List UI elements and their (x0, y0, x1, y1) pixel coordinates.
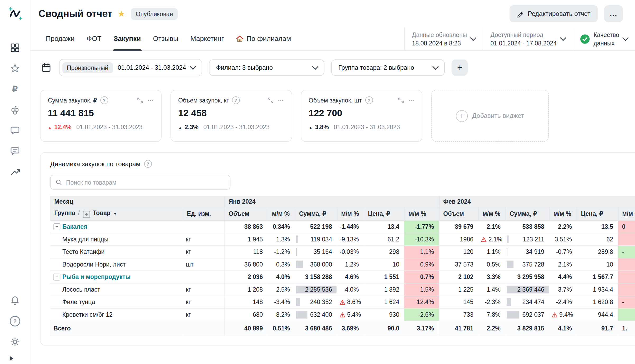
tab-zakupki[interactable]: Закупки (114, 27, 141, 50)
data-cell: 34 919 (505, 245, 549, 258)
collapse-group-icon[interactable]: − (53, 223, 60, 230)
help-icon[interactable] (232, 96, 240, 104)
tabs: ПродажиФОТЗакупкиОтзывыМаркетингПо филиа… (30, 27, 291, 50)
tab-prodazhi[interactable]: Продажи (46, 27, 74, 50)
product-group-filter-dropdown[interactable]: Группа товара: 2 выбрано (331, 59, 445, 76)
col-group-product[interactable]: Группа/Товар (50, 207, 183, 220)
col-volume-jan[interactable]: Объем (224, 207, 268, 220)
delta-up-icon (309, 124, 312, 130)
col-price-feb[interactable]: Цена, ₽ (577, 207, 618, 220)
add-widget-button[interactable]: Добавить виджет (431, 90, 549, 142)
row-unit-cell: кг (183, 233, 224, 246)
row-label: Креветки см/бг 12 (62, 311, 113, 318)
date-mode-pill[interactable]: Произвольный (62, 62, 113, 73)
kpi-more-icon[interactable]: ⋯ (408, 97, 415, 104)
data-cell: 3.69% (337, 321, 364, 336)
date-range-picker[interactable]: Произвольный 01.01.2024 - 31.03.2024 (59, 59, 202, 76)
data-cell: -0.7% (549, 245, 577, 258)
tab-fot[interactable]: ФОТ (87, 27, 101, 50)
tab-po-filialam[interactable]: По филиалам (236, 27, 291, 50)
data-quality-section[interactable]: Качество данных (572, 27, 635, 50)
kpi-compare-period: 01.01.2023 - 31.03.2023 (76, 124, 143, 130)
data-cell: 234 474 (505, 296, 549, 308)
row-name-cell[interactable]: −Рыба и морепродукты (50, 270, 183, 283)
product-search[interactable] (50, 175, 230, 189)
data-cell: 1.1% (478, 245, 506, 258)
sort-desc-icon[interactable] (113, 209, 117, 216)
kpi-card-purchase-sum[interactable]: Сумма закупок, ₽ ⋯ 11 441 815 12.4% 01.0… (40, 90, 162, 142)
bell-icon[interactable] (7, 292, 23, 309)
branch-filter-dropdown[interactable]: Филиал: 3 выбрано (209, 59, 325, 76)
col-price-jan[interactable]: Цена, ₽ (364, 207, 404, 220)
settings-icon[interactable] (7, 334, 23, 350)
compare-icon[interactable] (267, 97, 274, 104)
data-cell: 2.1% (549, 258, 577, 271)
expand-all-icon[interactable] (83, 211, 90, 218)
data-cell: 1 567.7 (577, 270, 618, 283)
tab-marketing[interactable]: Маркетинг (190, 27, 224, 50)
data-updated-label: Данные обновлены (412, 31, 467, 38)
row-unit-cell: шт (183, 258, 224, 271)
dashboard-icon[interactable] (7, 40, 23, 56)
chat-icon[interactable] (7, 122, 23, 138)
compare-icon[interactable] (398, 97, 404, 104)
col-mm-price-jan[interactable]: м/м % (404, 207, 439, 220)
data-cell: 37 573 (439, 258, 478, 271)
star-icon[interactable] (7, 60, 23, 76)
tab-label: По филиалам (246, 35, 291, 43)
col-volume-feb[interactable]: Объем (439, 207, 478, 220)
kpi-card-volume-kg[interactable]: Объем закупок, кг ⋯ 12 458 2.3% 01.01.20… (170, 90, 292, 142)
help-icon[interactable] (365, 96, 373, 104)
berries-icon[interactable] (7, 102, 23, 118)
row-name-cell[interactable]: −Бакалея (50, 220, 183, 233)
data-cell: 90.0 (364, 321, 404, 336)
data-cell: - (618, 296, 635, 308)
col-mm-volume-jan[interactable]: м/м % (268, 207, 295, 220)
data-cell: 8.2% (268, 308, 295, 321)
add-filter-button[interactable]: + (452, 59, 468, 76)
chevron-down-icon (470, 35, 477, 41)
col-sum-jan[interactable]: Сумма, ₽ (295, 207, 337, 220)
data-cell: 0.34% (268, 220, 295, 233)
data-cell: 1.3% (268, 233, 295, 246)
help-icon[interactable] (7, 313, 23, 329)
tab-label: Маркетинг (190, 35, 224, 43)
feedback-icon[interactable] (7, 143, 23, 159)
app-logo[interactable] (7, 6, 23, 22)
search-icon (55, 179, 62, 186)
data-updated-section[interactable]: Данные обновлены 18.08.2024 в 8:23 (404, 27, 483, 50)
row-unit-cell: кг (183, 308, 224, 321)
col-mm-sum-feb[interactable]: м/м % (549, 207, 577, 220)
col-mm-price-feb[interactable]: м/м % (618, 207, 635, 220)
value-bar (296, 260, 303, 268)
compare-icon[interactable] (137, 97, 143, 104)
help-icon[interactable] (100, 96, 108, 104)
kpi-card-volume-pcs[interactable]: Объем закупок, шт ⋯ 122 700 3.8% 01.01.2… (301, 90, 422, 142)
col-mm-volume-feb[interactable]: м/м % (478, 207, 506, 220)
data-cell: 298 (364, 245, 404, 258)
value-bar (507, 248, 507, 255)
favorite-star-icon[interactable] (118, 9, 125, 19)
data-cell: 1 225 (439, 283, 478, 296)
edit-report-button[interactable]: Редактировать отчет (510, 5, 598, 22)
col-sum-feb[interactable]: Сумма, ₽ (505, 207, 549, 220)
collapse-group-icon[interactable]: − (53, 273, 60, 280)
table-total-row: Всего40 8990.51%3 680 4863.69%90.03.17%4… (50, 321, 635, 336)
ruble-icon[interactable] (7, 81, 23, 97)
data-cell: 289.8 (577, 245, 618, 258)
col-mm-sum-jan[interactable]: м/м % (337, 207, 364, 220)
tab-otzyvy[interactable]: Отзывы (153, 27, 178, 50)
search-input[interactable] (65, 178, 225, 186)
kpi-more-icon[interactable]: ⋯ (278, 97, 284, 104)
trend-icon[interactable] (7, 164, 23, 180)
more-actions-button[interactable]: ... (604, 5, 623, 22)
collapse-sidebar-icon[interactable] (10, 356, 13, 361)
calendar-icon[interactable] (40, 62, 52, 74)
kpi-more-icon[interactable]: ⋯ (147, 97, 154, 104)
table-row: Тесто Катаификг118-1.2%35 164-0.03%2981.… (50, 245, 635, 258)
data-cell (618, 258, 635, 271)
chevron-down-icon (433, 63, 439, 70)
data-cell: 1 620.8 (577, 296, 618, 308)
available-period-section[interactable]: Доступный период 01.01.2024 - 17.08.2024 (483, 27, 573, 50)
help-icon[interactable] (144, 160, 152, 168)
